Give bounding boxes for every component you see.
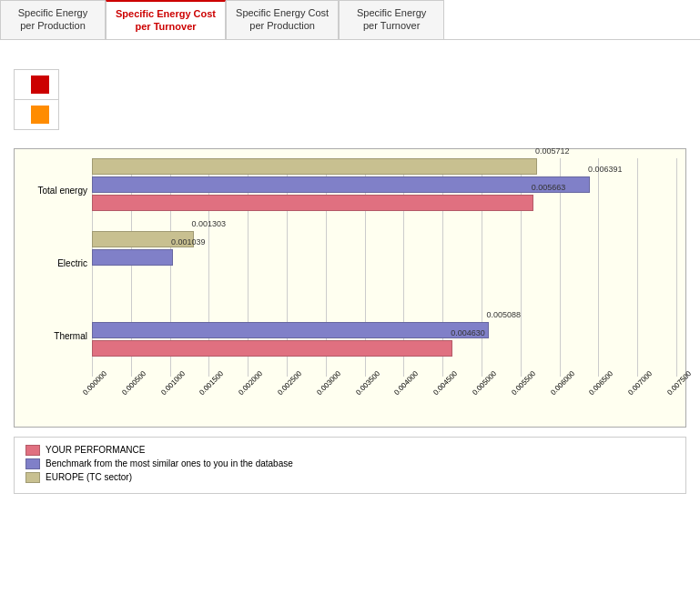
category-label: Electric: [19, 257, 87, 268]
bar-wrapper: 0.005663: [92, 195, 676, 211]
legend-color: [25, 445, 40, 456]
legend-color: [25, 458, 40, 469]
quality-container: [14, 69, 59, 130]
legend-color: [25, 472, 40, 483]
bar-wrapper: 0.004630: [92, 340, 676, 357]
tab-secto[interactable]: Specific Energy Cost per Turnover: [106, 0, 226, 39]
x-tick-label: 0.007500: [665, 369, 693, 397]
category-group: Electric0.0013030.001039: [92, 231, 676, 295]
bar: [92, 249, 173, 266]
x-tick-label: 0.003500: [354, 369, 381, 397]
x-tick-label: 0.001000: [159, 369, 187, 397]
x-tick-label: 0.001500: [198, 369, 226, 397]
bar-wrapper: 0.001039: [92, 249, 676, 266]
x-tick-label: 0.002500: [276, 369, 303, 397]
category-group: Total energy0.0057120.0063910.005663: [92, 158, 676, 222]
legend-label: EUROPE (TC sector): [46, 472, 132, 482]
bar-value-label: 0.001303: [192, 219, 227, 228]
x-tick-label: 0.004500: [431, 369, 459, 397]
tab-sept[interactable]: Specific Energy per Turnover: [339, 0, 444, 39]
tab-bar: Specific Energy per Production Specific …: [0, 0, 700, 40]
tab-sep[interactable]: Specific Energy per Production: [0, 0, 106, 39]
x-tick-label: 0.005500: [510, 369, 537, 397]
bar-wrapper: 0.006391: [92, 176, 676, 193]
bar-value-label: 0.005663: [532, 183, 566, 192]
bar-value-label: 0.005712: [535, 146, 570, 156]
bar: [92, 176, 590, 193]
bar-value-label: 0.005088: [487, 310, 522, 319]
legend-label: Benchmark from the most similar ones to …: [46, 458, 293, 468]
bar-value-label: 0.004630: [451, 328, 485, 337]
quality-indicator-2: [31, 106, 49, 124]
bar-wrapper: 0.005088: [92, 322, 676, 338]
bar: [92, 195, 533, 211]
x-tick-label: 0.006000: [549, 369, 576, 397]
category-group: Thermal0.0050880.004630: [92, 304, 676, 367]
quality-row-2: [15, 100, 58, 129]
legend-item: Benchmark from the most similar ones to …: [25, 458, 675, 469]
bar: [92, 340, 452, 357]
chart-container: Total energy0.0057120.0063910.005663Elec…: [14, 148, 686, 428]
category-label: Thermal: [19, 329, 87, 341]
quality-row-1: [15, 70, 58, 100]
tab-secp[interactable]: Specific Energy Cost per Production: [226, 0, 339, 39]
category-label: Total energy: [19, 184, 87, 196]
bar-value-label: 0.006391: [588, 165, 623, 174]
x-tick-label: 0.000500: [120, 369, 147, 397]
bar: [92, 322, 489, 338]
legend-item: EUROPE (TC sector): [25, 472, 675, 483]
bar: [92, 158, 537, 175]
legend: YOUR PERFORMANCE Benchmark from the most…: [14, 437, 686, 494]
x-tick-label: 0.006500: [588, 369, 615, 397]
x-tick-label: 0.003000: [315, 369, 342, 397]
x-tick-label: 0.007000: [626, 369, 654, 397]
x-tick-label: 0.000000: [81, 369, 108, 397]
ect-chart: Total energy0.0057120.0063910.005663Elec…: [14, 148, 686, 428]
quality-indicator-1: [31, 75, 49, 94]
bar-value-label: 0.001039: [171, 237, 206, 247]
x-tick-label: 0.002000: [237, 369, 264, 397]
grid-line: [676, 158, 677, 377]
legend-item: YOUR PERFORMANCE: [25, 445, 675, 456]
x-tick-label: 0.004000: [393, 369, 421, 397]
x-tick-label: 0.005000: [471, 369, 498, 397]
info-section: [0, 40, 700, 60]
legend-label: YOUR PERFORMANCE: [46, 445, 145, 455]
